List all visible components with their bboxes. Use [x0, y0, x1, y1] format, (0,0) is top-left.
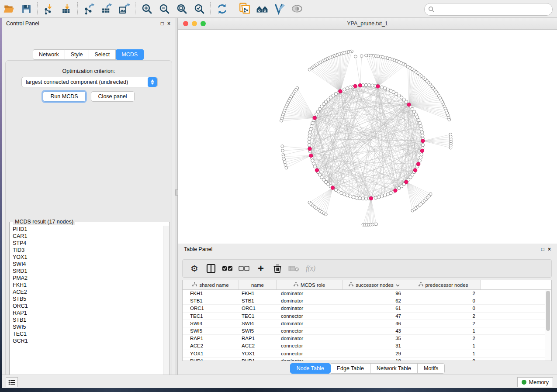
satellite-node[interactable] [284, 164, 287, 167]
table-row[interactable]: YOX1YOX1connector291 [183, 350, 551, 358]
mcds-hub-node[interactable] [413, 168, 417, 172]
edge[interactable] [368, 55, 378, 86]
tab-motifs[interactable]: Motifs [418, 363, 445, 374]
zoom-in-icon[interactable] [138, 1, 156, 16]
list-item[interactable]: PHD1 [13, 226, 166, 233]
ring-node[interactable] [346, 87, 349, 90]
mcds-hub-node[interactable] [407, 103, 411, 107]
edge[interactable] [282, 146, 310, 149]
tab-mcds[interactable]: MCDS [116, 49, 144, 60]
ring-node[interactable] [308, 134, 311, 137]
open-file-icon[interactable] [0, 1, 17, 16]
list-item[interactable]: STB5 [13, 296, 166, 303]
ring-node[interactable] [361, 197, 364, 200]
table-row[interactable]: PHD1PHD1dominator180 [183, 358, 551, 361]
ring-node[interactable] [352, 196, 355, 199]
mcds-hub-node[interactable] [313, 116, 316, 120]
list-item[interactable]: RAP1 [13, 309, 166, 316]
tab-edge-table[interactable]: Edge Table [331, 363, 370, 374]
ring-node[interactable] [309, 127, 312, 131]
ring-node[interactable] [311, 159, 314, 162]
float-panel-icon[interactable]: □ [541, 247, 544, 252]
table-row[interactable]: RAP1RAP1dominator352 [183, 335, 551, 342]
first-neighbors-icon[interactable] [253, 1, 271, 16]
mcds-hub-node[interactable] [339, 89, 342, 93]
ring-node[interactable] [371, 84, 374, 87]
table-row[interactable]: STB1STB1dominator620 [183, 297, 551, 305]
satellite-node[interactable] [449, 133, 452, 136]
mcds-hub-node[interactable] [331, 186, 334, 189]
ring-node[interactable] [308, 140, 311, 143]
list-item[interactable]: SWI5 [13, 323, 166, 330]
add-column-icon[interactable]: + [253, 261, 268, 276]
ring-node[interactable] [421, 134, 424, 137]
satellite-node[interactable] [354, 55, 357, 58]
list-item[interactable]: ACE2 [13, 289, 166, 296]
ring-node[interactable] [368, 84, 371, 87]
ring-node[interactable] [308, 144, 311, 147]
import-table-icon[interactable] [58, 1, 75, 16]
ring-node[interactable] [419, 156, 422, 159]
table-row[interactable]: TEC1TEC1connector472 [183, 313, 551, 320]
list-item[interactable]: GCR1 [13, 337, 166, 344]
satellite-node[interactable] [283, 158, 286, 161]
ring-node[interactable] [364, 197, 367, 200]
show-graphics-details-icon[interactable] [271, 1, 288, 16]
tab-style[interactable]: Style [65, 49, 89, 60]
run-mcds-button[interactable]: Run MCDS [43, 91, 85, 102]
mcds-hub-node[interactable] [416, 162, 420, 166]
ring-node[interactable] [418, 121, 421, 124]
list-item[interactable]: PMA2 [13, 275, 166, 282]
ring-node[interactable] [308, 131, 311, 134]
satellite-node[interactable] [281, 149, 284, 152]
network-canvas-area[interactable] [178, 30, 557, 244]
export-network-icon[interactable] [80, 1, 98, 16]
deselect-all-icon[interactable] [237, 261, 252, 276]
mcds-hub-node[interactable] [394, 189, 397, 192]
vertical-splitter[interactable] [175, 18, 178, 375]
ring-node[interactable] [383, 194, 386, 197]
mcds-hub-node[interactable] [353, 84, 357, 88]
edge[interactable] [360, 56, 361, 85]
criterion-select[interactable]: largest connected component (undirected) [21, 77, 158, 87]
close-panel-icon[interactable]: × [548, 247, 551, 252]
mcds-hub-node[interactable] [358, 84, 362, 87]
select-all-icon[interactable] [220, 261, 235, 276]
satellite-node[interactable] [280, 119, 283, 122]
edge[interactable] [317, 64, 340, 91]
search-input[interactable] [436, 6, 552, 13]
refresh-layout-icon[interactable] [213, 1, 231, 16]
ring-node[interactable] [311, 121, 314, 124]
edge[interactable] [423, 141, 451, 146]
mcds-list-scrollbar[interactable] [163, 226, 169, 383]
hide-graphics-details-icon[interactable] [288, 1, 306, 16]
edge[interactable] [340, 52, 350, 91]
table-scrollbar[interactable] [545, 290, 551, 361]
tab-select[interactable]: Select [89, 49, 116, 60]
mcds-hub-node[interactable] [420, 149, 424, 152]
ring-node[interactable] [349, 195, 352, 198]
ring-node[interactable] [349, 86, 352, 89]
satellite-node[interactable] [429, 193, 432, 196]
tab-node-table[interactable]: Node Table [290, 363, 331, 374]
mcds-hub-node[interactable] [421, 139, 425, 143]
list-item[interactable]: SWI4 [13, 261, 166, 268]
mcds-hub-node[interactable] [376, 85, 380, 88]
list-item[interactable]: ORC1 [13, 303, 166, 309]
edge[interactable] [356, 56, 360, 85]
ring-node[interactable] [313, 165, 316, 168]
column-header-shared-name[interactable]: shared name [183, 280, 239, 289]
list-item[interactable]: YOX1 [13, 254, 166, 261]
satellite-node[interactable] [282, 155, 285, 158]
zoom-out-icon[interactable] [156, 1, 173, 16]
ring-node[interactable] [380, 195, 383, 198]
ring-node[interactable] [374, 196, 377, 199]
table-row[interactable]: SWI5SWI5connector431 [183, 327, 551, 335]
satellite-node[interactable] [281, 145, 284, 148]
list-item[interactable]: TEC1 [13, 330, 166, 337]
settings-gear-icon[interactable]: ⚙ [187, 261, 202, 276]
export-table-icon[interactable] [98, 1, 115, 16]
table-row[interactable]: ORC1ORC1dominator610 [183, 305, 551, 312]
edge[interactable] [314, 109, 412, 164]
edge[interactable] [287, 105, 315, 118]
